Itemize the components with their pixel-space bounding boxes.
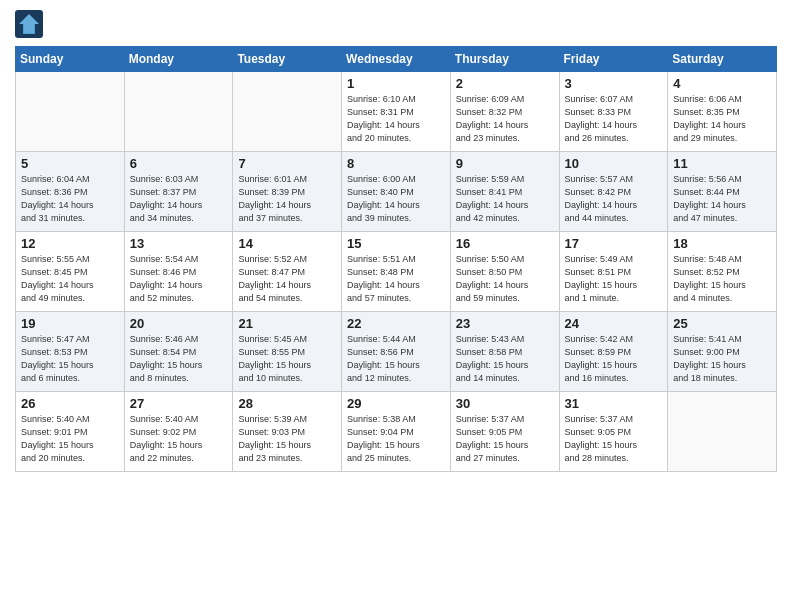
calendar-cell: 3Sunrise: 6:07 AM Sunset: 8:33 PM Daylig… [559,72,668,152]
day-info: Sunrise: 5:40 AM Sunset: 9:01 PM Dayligh… [21,413,119,465]
day-number: 11 [673,156,771,171]
calendar-cell: 10Sunrise: 5:57 AM Sunset: 8:42 PM Dayli… [559,152,668,232]
day-number: 16 [456,236,554,251]
day-info: Sunrise: 5:52 AM Sunset: 8:47 PM Dayligh… [238,253,336,305]
logo [15,10,45,38]
calendar-cell [124,72,233,152]
calendar-cell: 15Sunrise: 5:51 AM Sunset: 8:48 PM Dayli… [342,232,451,312]
day-info: Sunrise: 6:03 AM Sunset: 8:37 PM Dayligh… [130,173,228,225]
day-info: Sunrise: 5:59 AM Sunset: 8:41 PM Dayligh… [456,173,554,225]
weekday-header-saturday: Saturday [668,47,777,72]
calendar-cell: 23Sunrise: 5:43 AM Sunset: 8:58 PM Dayli… [450,312,559,392]
day-info: Sunrise: 5:37 AM Sunset: 9:05 PM Dayligh… [456,413,554,465]
calendar-week-row: 5Sunrise: 6:04 AM Sunset: 8:36 PM Daylig… [16,152,777,232]
weekday-header-wednesday: Wednesday [342,47,451,72]
weekday-header-tuesday: Tuesday [233,47,342,72]
day-number: 26 [21,396,119,411]
day-info: Sunrise: 5:54 AM Sunset: 8:46 PM Dayligh… [130,253,228,305]
day-number: 3 [565,76,663,91]
day-number: 10 [565,156,663,171]
calendar-cell: 22Sunrise: 5:44 AM Sunset: 8:56 PM Dayli… [342,312,451,392]
calendar-cell: 14Sunrise: 5:52 AM Sunset: 8:47 PM Dayli… [233,232,342,312]
calendar-page: SundayMondayTuesdayWednesdayThursdayFrid… [0,0,792,487]
calendar-cell: 28Sunrise: 5:39 AM Sunset: 9:03 PM Dayli… [233,392,342,472]
day-info: Sunrise: 5:46 AM Sunset: 8:54 PM Dayligh… [130,333,228,385]
day-info: Sunrise: 5:47 AM Sunset: 8:53 PM Dayligh… [21,333,119,385]
day-number: 14 [238,236,336,251]
calendar-cell: 18Sunrise: 5:48 AM Sunset: 8:52 PM Dayli… [668,232,777,312]
calendar-week-row: 1Sunrise: 6:10 AM Sunset: 8:31 PM Daylig… [16,72,777,152]
calendar-cell: 16Sunrise: 5:50 AM Sunset: 8:50 PM Dayli… [450,232,559,312]
calendar-week-row: 12Sunrise: 5:55 AM Sunset: 8:45 PM Dayli… [16,232,777,312]
weekday-header-monday: Monday [124,47,233,72]
day-number: 1 [347,76,445,91]
weekday-header-thursday: Thursday [450,47,559,72]
calendar-cell: 1Sunrise: 6:10 AM Sunset: 8:31 PM Daylig… [342,72,451,152]
day-number: 13 [130,236,228,251]
header [15,10,777,38]
day-info: Sunrise: 5:51 AM Sunset: 8:48 PM Dayligh… [347,253,445,305]
day-info: Sunrise: 5:38 AM Sunset: 9:04 PM Dayligh… [347,413,445,465]
calendar-cell: 26Sunrise: 5:40 AM Sunset: 9:01 PM Dayli… [16,392,125,472]
day-number: 9 [456,156,554,171]
calendar-cell: 27Sunrise: 5:40 AM Sunset: 9:02 PM Dayli… [124,392,233,472]
day-info: Sunrise: 5:43 AM Sunset: 8:58 PM Dayligh… [456,333,554,385]
calendar-cell [16,72,125,152]
day-info: Sunrise: 5:48 AM Sunset: 8:52 PM Dayligh… [673,253,771,305]
calendar-cell: 29Sunrise: 5:38 AM Sunset: 9:04 PM Dayli… [342,392,451,472]
day-info: Sunrise: 6:10 AM Sunset: 8:31 PM Dayligh… [347,93,445,145]
calendar-cell: 25Sunrise: 5:41 AM Sunset: 9:00 PM Dayli… [668,312,777,392]
calendar-cell [668,392,777,472]
day-number: 18 [673,236,771,251]
day-number: 5 [21,156,119,171]
day-number: 8 [347,156,445,171]
day-info: Sunrise: 5:44 AM Sunset: 8:56 PM Dayligh… [347,333,445,385]
logo-icon [15,10,43,38]
day-info: Sunrise: 5:55 AM Sunset: 8:45 PM Dayligh… [21,253,119,305]
day-number: 22 [347,316,445,331]
day-number: 20 [130,316,228,331]
day-number: 28 [238,396,336,411]
calendar-cell: 6Sunrise: 6:03 AM Sunset: 8:37 PM Daylig… [124,152,233,232]
day-info: Sunrise: 6:09 AM Sunset: 8:32 PM Dayligh… [456,93,554,145]
day-info: Sunrise: 5:50 AM Sunset: 8:50 PM Dayligh… [456,253,554,305]
day-info: Sunrise: 5:37 AM Sunset: 9:05 PM Dayligh… [565,413,663,465]
day-number: 30 [456,396,554,411]
calendar-table: SundayMondayTuesdayWednesdayThursdayFrid… [15,46,777,472]
calendar-cell: 17Sunrise: 5:49 AM Sunset: 8:51 PM Dayli… [559,232,668,312]
day-info: Sunrise: 5:57 AM Sunset: 8:42 PM Dayligh… [565,173,663,225]
day-number: 4 [673,76,771,91]
calendar-cell [233,72,342,152]
day-info: Sunrise: 6:00 AM Sunset: 8:40 PM Dayligh… [347,173,445,225]
calendar-cell: 12Sunrise: 5:55 AM Sunset: 8:45 PM Dayli… [16,232,125,312]
calendar-cell: 24Sunrise: 5:42 AM Sunset: 8:59 PM Dayli… [559,312,668,392]
day-info: Sunrise: 5:40 AM Sunset: 9:02 PM Dayligh… [130,413,228,465]
day-number: 7 [238,156,336,171]
calendar-cell: 2Sunrise: 6:09 AM Sunset: 8:32 PM Daylig… [450,72,559,152]
calendar-cell: 19Sunrise: 5:47 AM Sunset: 8:53 PM Dayli… [16,312,125,392]
day-info: Sunrise: 5:39 AM Sunset: 9:03 PM Dayligh… [238,413,336,465]
calendar-cell: 9Sunrise: 5:59 AM Sunset: 8:41 PM Daylig… [450,152,559,232]
day-info: Sunrise: 6:04 AM Sunset: 8:36 PM Dayligh… [21,173,119,225]
weekday-header-sunday: Sunday [16,47,125,72]
calendar-week-row: 26Sunrise: 5:40 AM Sunset: 9:01 PM Dayli… [16,392,777,472]
day-info: Sunrise: 5:41 AM Sunset: 9:00 PM Dayligh… [673,333,771,385]
day-info: Sunrise: 5:56 AM Sunset: 8:44 PM Dayligh… [673,173,771,225]
day-number: 31 [565,396,663,411]
day-number: 19 [21,316,119,331]
day-number: 27 [130,396,228,411]
calendar-cell: 5Sunrise: 6:04 AM Sunset: 8:36 PM Daylig… [16,152,125,232]
day-info: Sunrise: 5:45 AM Sunset: 8:55 PM Dayligh… [238,333,336,385]
day-number: 15 [347,236,445,251]
day-number: 25 [673,316,771,331]
day-info: Sunrise: 5:49 AM Sunset: 8:51 PM Dayligh… [565,253,663,305]
day-info: Sunrise: 5:42 AM Sunset: 8:59 PM Dayligh… [565,333,663,385]
day-number: 21 [238,316,336,331]
weekday-header-friday: Friday [559,47,668,72]
day-number: 6 [130,156,228,171]
calendar-cell: 31Sunrise: 5:37 AM Sunset: 9:05 PM Dayli… [559,392,668,472]
calendar-cell: 11Sunrise: 5:56 AM Sunset: 8:44 PM Dayli… [668,152,777,232]
day-number: 12 [21,236,119,251]
calendar-cell: 13Sunrise: 5:54 AM Sunset: 8:46 PM Dayli… [124,232,233,312]
calendar-cell: 20Sunrise: 5:46 AM Sunset: 8:54 PM Dayli… [124,312,233,392]
